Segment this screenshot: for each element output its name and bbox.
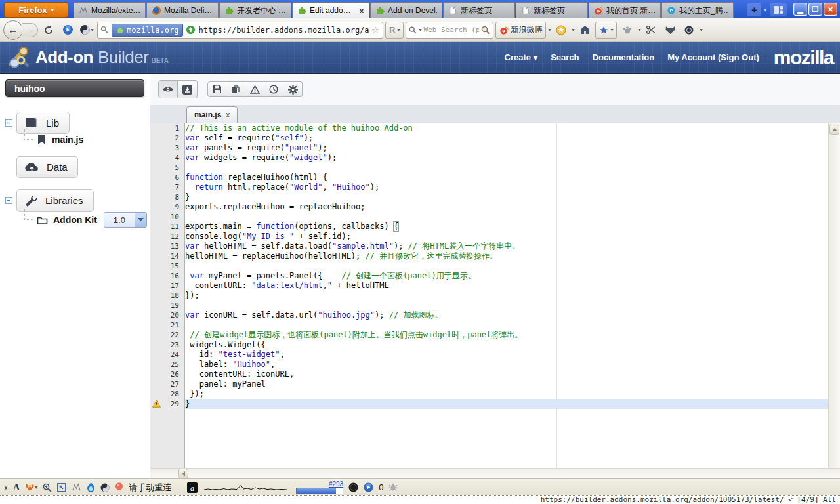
settings-button[interactable] [284, 81, 303, 97]
browser-tab[interactable]: Add-on Devel… [370, 2, 442, 18]
tab-close-icon[interactable]: x [359, 7, 364, 14]
history-button[interactable] [264, 81, 284, 97]
fox-addon-icon[interactable]: ▾ [25, 483, 37, 492]
clip-addon-button[interactable] [642, 22, 660, 39]
gray-addon-button[interactable] [619, 22, 636, 39]
code-text[interactable]: } [185, 192, 828, 202]
bug-addon-icon[interactable] [388, 483, 398, 492]
horizontal-scrollbar[interactable] [150, 468, 840, 478]
download-addon-button[interactable] [178, 80, 198, 98]
firefox-menu-button[interactable]: Firefox▾ [4, 2, 68, 18]
chevron-down-icon[interactable]: ▾ [638, 27, 640, 33]
libraries-folder-button[interactable]: Libraries [16, 189, 94, 212]
flame-addon-icon[interactable] [87, 482, 95, 492]
zoom-addon-icon[interactable] [43, 483, 52, 492]
code-text[interactable]: helloHTML = replaceHuihoo(helloHTML); //… [185, 251, 828, 261]
sketch-addon-icon[interactable] [72, 483, 81, 492]
addon-kit-version-select[interactable]: 1.0 [104, 212, 147, 228]
editor-tab-mainjs[interactable]: main.js x [186, 106, 238, 123]
browser-tab[interactable]: 新标签页 [443, 2, 515, 18]
code-text[interactable]: var panels = require("panel"); [185, 143, 828, 153]
code-text[interactable]: exports.replaceHuihoo = replaceHuihoo; [185, 202, 828, 212]
chevron-down-icon[interactable]: ▾ [700, 27, 702, 33]
code-text[interactable]: function replaceHuihoo(html) { [185, 173, 828, 182]
code-text[interactable]: } [185, 399, 828, 409]
code-text[interactable]: var widgets = require("widget"); [185, 153, 828, 163]
forward-button[interactable]: → [22, 23, 38, 37]
scroll-left-button[interactable] [178, 469, 188, 478]
tab-groups-button[interactable] [770, 3, 787, 16]
collapse-toggle-icon[interactable] [5, 119, 12, 127]
collapse-toggle-icon[interactable] [5, 197, 12, 204]
code-text[interactable]: return html.replace("World", "Huihoo"); [185, 182, 828, 192]
list-all-tabs-icon[interactable]: ▾ [763, 7, 766, 13]
code-text[interactable] [185, 301, 828, 310]
code-text[interactable]: var myPanel = panels.Panel({ // 创建一个面板(p… [185, 271, 828, 281]
reader-addon-button[interactable]: R ▾ [385, 22, 404, 39]
weibo-share-button[interactable]: 新浪微博 [495, 22, 546, 39]
header-nav-search[interactable]: Search [551, 52, 579, 62]
dark-circle-addon-icon[interactable] [348, 482, 358, 492]
browser-tab[interactable]: Mozilla/exte… [74, 2, 146, 18]
code-text[interactable]: label: "Huihoo", [185, 360, 828, 369]
dark-orb-addon-button[interactable]: ▾ [78, 22, 95, 39]
search-go-icon[interactable] [481, 26, 490, 35]
fox-addon-button[interactable] [662, 22, 679, 39]
code-text[interactable]: // This is an active module of the huiho… [185, 123, 828, 133]
code-text[interactable]: contentURL: iconURL, [185, 369, 828, 379]
code-text[interactable] [185, 320, 828, 330]
code-text[interactable] [185, 212, 828, 222]
header-nav-documentation[interactable]: Documentation [593, 52, 655, 62]
bookmarks-menu-button[interactable]: ▾ [595, 22, 617, 39]
bookmark-star-icon[interactable]: ☆ [371, 24, 380, 36]
blue-orb-addon-button[interactable] [59, 22, 76, 39]
browser-tab[interactable]: 新标签页 [516, 2, 588, 18]
minimize-button[interactable]: ▁ [793, 3, 807, 16]
vertical-scrollbar[interactable] [828, 123, 840, 468]
home-button[interactable] [576, 22, 593, 39]
save-button[interactable] [207, 81, 226, 97]
chevron-down-icon[interactable]: ▾ [572, 27, 574, 33]
code-text[interactable]: widgets.Widget({ [185, 340, 828, 350]
data-folder-button[interactable]: Data [16, 156, 78, 178]
addon-kit-item[interactable]: Addon Kit [53, 215, 97, 225]
frame-addon-icon[interactable] [57, 483, 66, 492]
search-input[interactable] [423, 26, 479, 34]
header-nav-my[interactable]: My Account (Sign Out) [667, 52, 759, 62]
orb-addon-icon[interactable] [100, 483, 110, 492]
location-bar[interactable]: mozilla.org ☆ [97, 22, 383, 39]
ring-addon-button[interactable] [681, 22, 698, 39]
code-text[interactable]: }); [185, 389, 828, 399]
code-text[interactable] [185, 163, 828, 173]
code-text[interactable]: id: "test-widget", [185, 350, 828, 360]
code-text[interactable]: panel: myPanel [185, 379, 828, 389]
code-editor[interactable]: 1// This is an active module of the huih… [150, 123, 840, 478]
code-lines[interactable]: 1// This is an active module of the huih… [150, 123, 828, 468]
editor-tab-close-icon[interactable]: x [226, 110, 230, 119]
code-text[interactable]: contentURL: "data:text/html," + helloHTM… [185, 281, 828, 291]
scroll-up-button[interactable] [830, 125, 839, 135]
play-addon-icon[interactable] [364, 482, 373, 492]
site-identity-button[interactable]: mozilla.org [112, 24, 183, 37]
browser-tab[interactable]: 开发者中心 :… [219, 2, 291, 18]
addonbar-close-button[interactable]: x [4, 483, 8, 492]
network-counter-label[interactable]: #293 [329, 481, 343, 488]
search-bar[interactable]: ▾ [406, 22, 494, 39]
copy-package-button[interactable] [226, 81, 245, 97]
close-button[interactable]: ✕ [824, 3, 837, 16]
back-button[interactable]: ← [3, 20, 23, 40]
chevron-down-icon[interactable]: ▾ [548, 27, 551, 33]
code-text[interactable]: exports.main = function(options, callbac… [185, 222, 828, 232]
badge-addon-button[interactable] [553, 22, 570, 39]
taiji-addon-icon[interactable]: a [187, 482, 198, 493]
code-text[interactable]: var iconURL = self.data.url("huihoo.jpg"… [185, 310, 828, 320]
restore-button[interactable]: ❐ [808, 3, 822, 16]
url-input[interactable] [198, 26, 368, 35]
main-js-file-item[interactable]: main.js [52, 135, 83, 145]
code-text[interactable]: var self = require("self"); [185, 133, 828, 143]
code-text[interactable]: }); [185, 291, 828, 301]
code-text[interactable] [185, 261, 828, 271]
package-name-header[interactable]: huihoo [5, 79, 144, 97]
browser-tab[interactable]: 我的首页 新… [589, 2, 661, 18]
code-text[interactable]: console.log("My ID is " + self.id); [185, 232, 828, 242]
